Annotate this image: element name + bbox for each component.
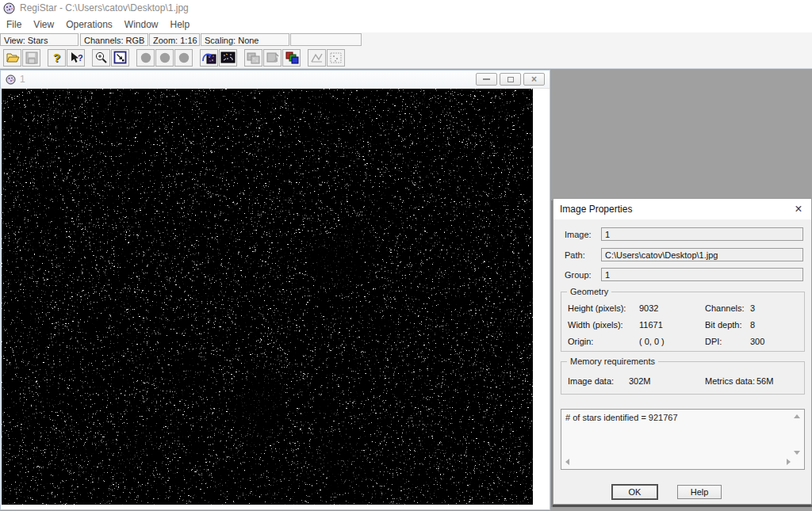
context-help-icon: ? xyxy=(69,51,83,64)
width-value: 11671 xyxy=(639,320,663,330)
channels-label: Channels: xyxy=(705,303,745,313)
svg-text:?: ? xyxy=(78,53,83,63)
toolbar: ? ? xyxy=(0,47,812,69)
menu-window[interactable]: Window xyxy=(124,17,159,32)
star-field-canvas[interactable] xyxy=(2,89,533,505)
dpi-value: 300 xyxy=(750,337,764,346)
scroll-down-icon[interactable] xyxy=(794,451,800,455)
status-scaling: Scaling: None xyxy=(201,33,289,46)
app-title: RegiStar - C:\Users\catov\Desktop\1.jpg xyxy=(20,2,189,13)
metrics-data-value: 56M xyxy=(756,376,773,386)
pan-box-icon xyxy=(113,51,127,64)
context-help-button[interactable]: ? xyxy=(67,49,85,67)
scroll-up-icon[interactable] xyxy=(794,414,800,418)
subtract-images-button xyxy=(263,49,282,67)
scroll-left-icon[interactable] xyxy=(565,459,569,465)
dialog-titlebar[interactable]: Image Properties × xyxy=(553,199,811,219)
image-field-label: Image: xyxy=(565,230,592,239)
image-window-titlebar[interactable]: 1 × xyxy=(1,71,550,89)
origin-value: ( 0, 0 ) xyxy=(639,337,665,346)
image-window-title: 1 xyxy=(20,74,473,85)
minimize-button[interactable] xyxy=(476,73,497,86)
image-data-value: 302M xyxy=(629,376,651,386)
image-child-window: 1 × xyxy=(0,70,550,510)
height-value: 9032 xyxy=(639,303,658,313)
disabled-circle-icon xyxy=(178,51,190,64)
histogram-curve-icon xyxy=(310,51,324,64)
height-label: Height (pixels): xyxy=(568,303,626,313)
app-titlebar[interactable]: RegiStar - C:\Users\catov\Desktop\1.jpg xyxy=(0,0,812,16)
help-question-icon: ? xyxy=(53,51,60,63)
close-window-button[interactable]: × xyxy=(523,73,545,86)
rgb-combine-icon xyxy=(285,51,299,64)
save-button xyxy=(22,49,40,67)
maximize-icon xyxy=(508,77,514,82)
status-view: View: Stars xyxy=(0,33,79,46)
help-button[interactable]: ? xyxy=(48,49,66,67)
width-label: Width (pixels): xyxy=(568,320,623,330)
dpi-label: DPI: xyxy=(705,337,722,346)
image-viewport[interactable] xyxy=(1,89,550,509)
tool-placeholder-3-button xyxy=(174,49,193,67)
menu-operations[interactable]: Operations xyxy=(65,17,113,32)
bitdepth-value: 8 xyxy=(750,320,755,330)
close-icon: × xyxy=(531,74,537,84)
disabled-circle-icon xyxy=(140,51,152,64)
info-bar: View: Stars Channels: RGB (0) Zoom: 1:16… xyxy=(0,33,812,47)
menu-help[interactable]: Help xyxy=(170,17,191,32)
subtract-images-icon xyxy=(266,51,280,64)
open-folder-icon xyxy=(6,51,20,64)
image-properties-dialog: Image Properties × Image: 1 Path: C:\Use… xyxy=(553,198,812,505)
memory-groupbox-title: Memory requirements xyxy=(567,357,658,366)
histogram-button xyxy=(308,49,326,67)
status-zoom: Zoom: 1:16 xyxy=(149,33,200,46)
match-stars-icon xyxy=(220,51,236,64)
detail-view-button xyxy=(327,49,345,67)
menu-view[interactable]: View xyxy=(33,17,55,32)
save-floppy-icon xyxy=(25,51,38,64)
path-field-label: Path: xyxy=(565,250,585,260)
help-button-dialog[interactable]: Help xyxy=(677,485,722,499)
magnifier-icon xyxy=(94,51,108,64)
close-icon: × xyxy=(795,202,802,216)
app-logo-icon xyxy=(3,2,15,14)
maximize-button[interactable] xyxy=(500,73,521,86)
image-field[interactable]: 1 xyxy=(601,227,803,241)
path-field[interactable]: C:\Users\catov\Desktop\1.jpg xyxy=(601,248,803,261)
dialog-title: Image Properties xyxy=(560,204,632,215)
mdi-client-area: 1 × Image Properties × xyxy=(0,69,812,511)
geometry-groupbox-title: Geometry xyxy=(567,287,611,296)
status-extra xyxy=(290,33,362,46)
zoom-button[interactable] xyxy=(92,49,110,67)
status-channels: Channels: RGB (0) xyxy=(80,33,148,46)
channels-value: 3 xyxy=(750,303,755,313)
image-window-icon xyxy=(6,74,16,85)
minimize-icon xyxy=(483,78,490,80)
combine-images-button xyxy=(244,49,262,67)
open-button[interactable] xyxy=(3,49,21,67)
ok-button[interactable]: OK xyxy=(612,485,657,499)
tool-placeholder-1-button xyxy=(136,49,155,67)
pan-button[interactable] xyxy=(111,49,129,67)
dialog-close-button[interactable]: × xyxy=(790,201,807,217)
registar-app-window: RegiStar - C:\Users\catov\Desktop\1.jpg … xyxy=(0,0,812,511)
metrics-data-label: Metrics data: xyxy=(705,376,755,386)
tool-placeholder-2-button xyxy=(155,49,174,67)
menubar: File View Operations Window Help xyxy=(0,16,812,32)
combine-images-icon xyxy=(247,51,261,64)
group-field-label: Group: xyxy=(565,270,592,280)
bitdepth-label: Bit depth: xyxy=(705,320,741,330)
image-data-label: Image data: xyxy=(568,376,614,386)
menu-file[interactable]: File xyxy=(6,17,22,32)
register-image-button[interactable] xyxy=(200,49,218,67)
detail-grid-icon xyxy=(329,51,343,64)
disabled-circle-icon xyxy=(159,51,171,64)
origin-label: Origin: xyxy=(568,337,593,346)
star-log-box[interactable]: # of stars identified = 921767 xyxy=(561,409,805,470)
register-image-icon xyxy=(201,51,216,64)
match-stars-button[interactable] xyxy=(219,49,237,67)
scroll-right-icon[interactable] xyxy=(787,459,791,465)
star-count-text: # of stars identified = 921767 xyxy=(565,413,678,422)
rgb-combine-button[interactable] xyxy=(282,49,301,67)
group-field[interactable]: 1 xyxy=(601,268,803,281)
